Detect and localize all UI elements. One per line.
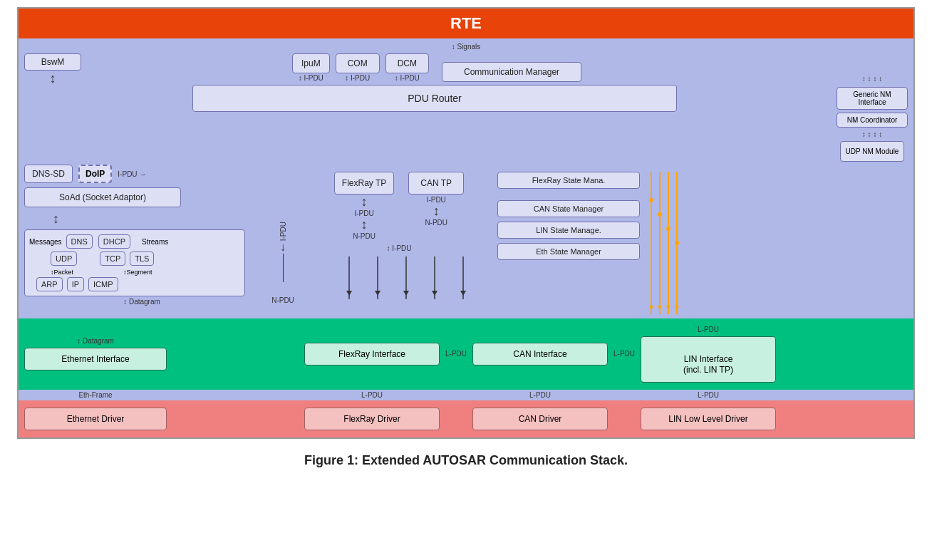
driver-row: Ethernet Driver FlexRay Driver CAN Drive… [19,400,913,437]
signals-label: ↕ Signals [24,43,908,51]
interface-spacer3: L-PDU [613,350,635,358]
svg-marker-8 [432,291,437,296]
lr-spacer4 [782,391,908,399]
com-col: COM ↕ I-PDU [336,53,380,82]
eth-state-box: Eth State Manager [497,243,640,260]
messages-label: Messages [29,238,62,246]
i-pdu-label-left: I-PDU → [118,170,146,178]
labels-row: Eth-Frame L-PDU L-PDU L-PDU [19,390,913,400]
doip-box: DoIP [78,165,112,183]
comm-col: Communication Manager [442,62,581,82]
dns-box: DNS [66,234,93,249]
lin-driver-box: LIN Low Level Driver [641,408,776,430]
can-ipdu-label-top: I-PDU [427,196,446,204]
comm-box: Communication Manager [442,62,581,82]
svg-marker-21 [675,306,679,311]
ip-box: IP [67,277,84,291]
lin-state-box: LIN State Manage. [497,222,640,239]
can-driver-box: CAN Driver [472,408,608,430]
svg-marker-18 [649,306,653,311]
svg-marker-7 [403,291,409,296]
lr-spacer2 [445,391,467,399]
flexray-tp-box: FlexRay TP [334,172,394,195]
flexray-tp-col: FlexRay TP ↕ I-PDU ↕ N-PDU [334,172,394,240]
flexray-driver-box: FlexRay Driver [304,408,440,430]
svg-point-17 [675,241,679,245]
dcm-box: DCM [385,53,429,73]
middle-section: DNS-SD DoIP I-PDU → SoAd (Socket Adaptor… [24,165,908,314]
bswm-col: BswM ↕ [24,53,81,85]
pdu-router-row: PDU Router [192,85,831,112]
can-tp-arrow: ↕ [433,204,440,219]
can-tp-box: CAN TP [408,172,464,195]
bswm-arrow: ↕ [50,72,56,85]
can-tp-col: CAN TP I-PDU ↕ N-PDU [408,172,464,240]
connection-lines-area [306,256,492,299]
eth-frame-label: Eth-Frame [24,391,167,399]
interface-spacer2: L-PDU [445,350,467,358]
datagram-arrow-label: ↕ Datagram [77,337,114,345]
flexray-lpdu-label: L-PDU [304,391,440,399]
ipum-box: IpuM [292,53,330,73]
ipdu-arrow-down: ↓ [280,241,286,254]
generic-nm-box: Generic NM Interface [837,87,908,110]
nm-arrows-top: ↕ ↕ ↕ ↕ [862,75,882,83]
svg-marker-20 [666,306,670,311]
left-section: DNS-SD DoIP I-PDU → SoAd (Socket Adaptor… [24,165,259,306]
lin-interface-box: LIN Interface (incl. LIN TP) [641,336,776,383]
state-mgr-section: FlexRay State Mana. CAN State Manager LI… [497,172,640,260]
dhcp-box: DHCP [98,234,130,249]
soad-row: SoAd (Socket Adaptor) [24,187,259,207]
nm-arrows-mid: ↕ ↕ ↕ ↕ [862,130,882,138]
com-pdu: ↕ I-PDU [345,74,370,82]
can-interface-col: CAN Interface [472,343,608,365]
can-interface-box: CAN Interface [472,343,608,365]
svg-marker-9 [460,291,466,296]
pkt-seg-row: ↕Packet ↕Segment [51,269,240,276]
com-box: COM [336,53,380,73]
ipdu-col: I-PDU ↓ N-PDU [265,165,301,304]
svg-point-14 [649,198,653,202]
i-pdu-vertical: I-PDU [279,222,287,241]
can-npdu-label: N-PDU [425,219,447,227]
ipum-pdu: ↕ I-PDU [299,74,323,82]
flexray-interface-col: FlexRay Interface [304,343,440,365]
flexray-interface-box: FlexRay Interface [304,343,440,365]
streams-label: Streams [142,238,168,246]
svg-marker-5 [346,291,352,296]
lin-interface-col: L-PDU LIN Interface (incl. LIN TP) [641,326,776,383]
lr-spacer1 [172,391,299,399]
center-top: IpuM ↕ I-PDU COM ↕ I-PDU DCM ↕ I-PDU Com… [107,53,831,112]
svg-marker-19 [658,306,662,311]
connection-svg [306,256,492,299]
figure-caption: Figure 1: Extended AUTOSAR Communication… [304,453,628,468]
datagram-label: ↕ Datagram [24,298,259,306]
lin-lpdu-label: L-PDU [641,391,776,399]
icmp-box: ICMP [88,277,118,291]
n-pdu-label: N-PDU [271,296,294,304]
ethernet-driver-box: Ethernet Driver [24,408,167,430]
tcp-box: TCP [100,252,125,266]
rte-label: RTE [450,14,482,32]
flexray-npdu-label: N-PDU [353,232,376,240]
l-pdu-label1: L-PDU [445,350,467,358]
middle-boxes-row: IpuM ↕ I-PDU COM ↕ I-PDU DCM ↕ I-PDU Com… [292,53,831,82]
ipdu-line [283,254,284,282]
nm-col: ↕ ↕ ↕ ↕ Generic NM Interface NM Coordina… [837,75,908,162]
proto-stack-box: Messages DNS DHCP Streams UDP TCP TLS [24,229,245,296]
l-pdu-label2: L-PDU [613,350,635,358]
proto-row1: Messages DNS DHCP Streams [29,234,240,249]
bswm-box: BswM [24,53,81,71]
proto-row3: ARP IP ICMP [36,277,240,291]
segment-label: ↕Segment [123,269,152,276]
l-pdu-label3: L-PDU [698,326,719,333]
flexray-npdu-arrow: ↕ [361,217,368,232]
lr-spacer3 [613,391,635,399]
udp-box: UDP [51,252,77,266]
orange-lines-area [646,165,681,314]
packet-label: ↕Packet [51,269,73,276]
dcm-pdu: ↕ I-PDU [395,74,420,82]
diagram-container: RTE ↕ Signals BswM ↕ IpuM [17,7,915,439]
ipum-col: IpuM ↕ I-PDU [292,53,330,82]
nm-coord-box: NM Coordinator [837,113,908,128]
